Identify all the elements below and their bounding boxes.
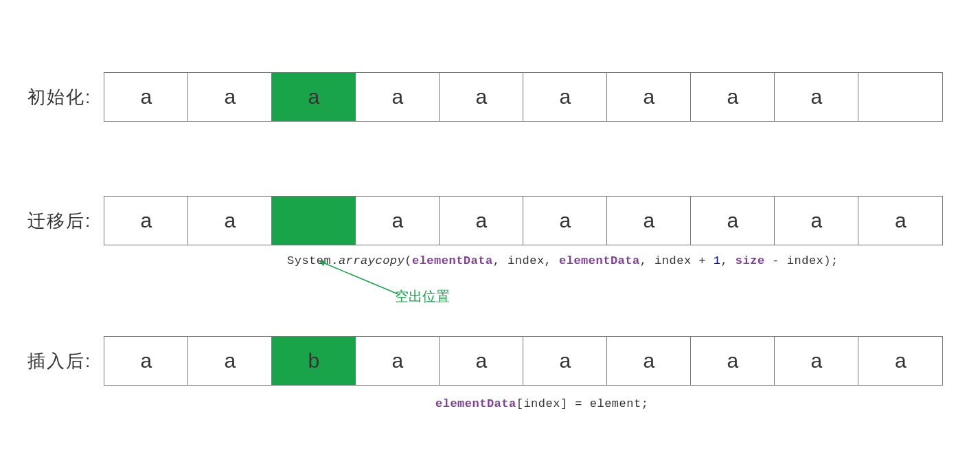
cell: a bbox=[691, 73, 775, 121]
code-token: , index + bbox=[640, 254, 714, 267]
array-init: a a a a a a a a a bbox=[104, 72, 943, 122]
cell: a bbox=[858, 197, 942, 245]
code-token-idx: index bbox=[523, 397, 560, 410]
row-init: 初始化: a a a a a a a a a bbox=[27, 72, 943, 122]
code-token: [ bbox=[516, 397, 524, 410]
cell: a bbox=[188, 197, 272, 245]
cell-highlight: a bbox=[272, 73, 356, 121]
code-token: , index, bbox=[493, 254, 559, 267]
code-assign: elementData[index] = element; bbox=[435, 397, 648, 410]
cell: a bbox=[188, 73, 272, 121]
code-token: - index); bbox=[765, 254, 839, 267]
annotation-empty-slot: 空出位置 bbox=[395, 287, 450, 306]
cell: a bbox=[104, 337, 188, 385]
cell: a bbox=[440, 197, 523, 245]
cell: a bbox=[858, 337, 942, 385]
cell: a bbox=[356, 337, 440, 385]
cell: a bbox=[440, 337, 523, 385]
code-token-param: elementData bbox=[435, 397, 516, 410]
cell: a bbox=[775, 337, 858, 385]
cell: a bbox=[691, 197, 775, 245]
cell-highlight: b bbox=[272, 337, 356, 385]
code-token-param: elementData bbox=[412, 254, 493, 267]
svg-line-0 bbox=[323, 263, 398, 294]
cell: a bbox=[691, 337, 775, 385]
cell: a bbox=[356, 73, 440, 121]
label-shift: 迁移后: bbox=[27, 209, 91, 233]
cell: a bbox=[523, 337, 607, 385]
cell: a bbox=[356, 197, 440, 245]
cell-highlight-empty bbox=[272, 197, 356, 245]
cell: a bbox=[440, 73, 523, 121]
cell: a bbox=[188, 337, 272, 385]
cell: a bbox=[775, 197, 858, 245]
cell: a bbox=[607, 337, 691, 385]
array-after: a a b a a a a a a a bbox=[104, 336, 943, 386]
cell: a bbox=[104, 73, 188, 121]
array-shift: a a a a a a a a a bbox=[104, 196, 943, 245]
label-init: 初始化: bbox=[27, 85, 91, 109]
code-token-param: size bbox=[736, 254, 765, 267]
code-token: ] = element; bbox=[560, 397, 648, 410]
cell: a bbox=[607, 197, 691, 245]
code-token-number: 1 bbox=[714, 254, 721, 267]
code-token-param: elementData bbox=[559, 254, 640, 267]
cell: a bbox=[104, 197, 188, 245]
row-after: 插入后: a a b a a a a a a a bbox=[27, 336, 943, 386]
label-after: 插入后: bbox=[27, 349, 91, 373]
cell: a bbox=[523, 73, 607, 121]
cell bbox=[858, 73, 942, 121]
row-shift: 迁移后: a a a a a a a a a bbox=[27, 196, 943, 245]
cell: a bbox=[775, 73, 858, 121]
cell: a bbox=[523, 197, 607, 245]
code-token: , bbox=[720, 254, 735, 267]
cell: a bbox=[607, 73, 691, 121]
